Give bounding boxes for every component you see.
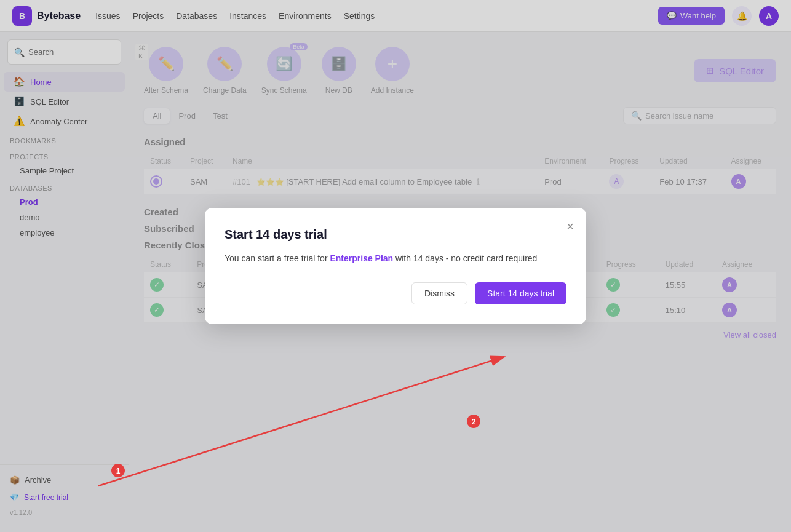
modal-overlay: × Start 14 days trial You can start a fr… [0, 0, 791, 532]
modal-body-suffix: with 14 days - no credit card required [393, 253, 537, 263]
modal-body: You can start a free trial for Enterpris… [225, 252, 566, 265]
enterprise-plan-link[interactable]: Enterprise Plan [330, 253, 393, 263]
modal-close-button[interactable]: × [566, 220, 574, 232]
modal-body-prefix: You can start a free trial for [225, 253, 330, 263]
dismiss-button[interactable]: Dismiss [411, 282, 467, 304]
trial-modal: × Start 14 days trial You can start a fr… [205, 208, 586, 324]
start-trial-button[interactable]: Start 14 days trial [475, 282, 566, 304]
modal-actions: Dismiss Start 14 days trial [225, 282, 566, 304]
modal-title: Start 14 days trial [225, 228, 566, 242]
